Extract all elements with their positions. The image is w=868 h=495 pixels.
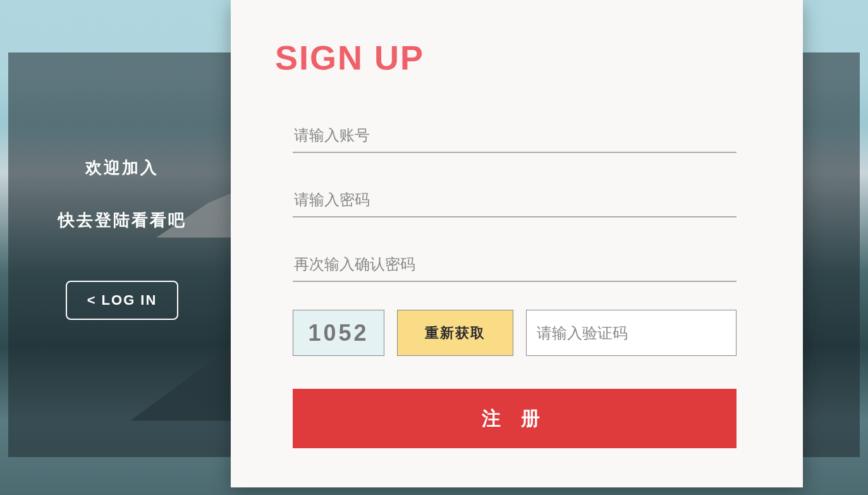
signup-title: SIGN UP [275,38,743,77]
welcome-heading-2: 快去登陆看看吧 [8,209,236,231]
password-input[interactable] [293,186,737,217]
captcha-row: 1052 重新获取 [293,310,737,356]
left-welcome-section: 欢迎加入 快去登陆看看吧 < LOG IN [8,52,236,320]
signup-card: SIGN UP 1052 重新获取 注 册 [231,0,803,487]
signup-form: 1052 重新获取 注 册 [275,121,743,448]
refresh-captcha-button[interactable]: 重新获取 [397,310,513,356]
welcome-heading-1: 欢迎加入 [8,157,236,179]
confirm-password-input[interactable] [293,250,737,282]
captcha-input[interactable] [526,310,737,356]
account-input[interactable] [293,121,737,153]
login-button[interactable]: < LOG IN [66,281,179,320]
register-submit-button[interactable]: 注 册 [293,389,737,448]
captcha-code-display: 1052 [293,310,384,356]
